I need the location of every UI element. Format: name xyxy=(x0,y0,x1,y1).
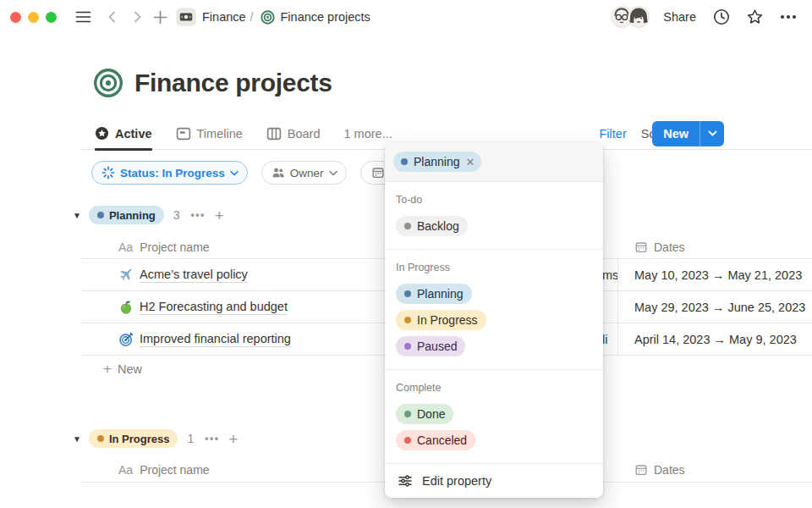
minimize-window-button[interactable] xyxy=(28,12,39,23)
status-filter-chip[interactable]: Status: In Progress xyxy=(91,161,248,185)
status-dot xyxy=(404,437,411,444)
option-canceled[interactable]: Canceled xyxy=(396,430,475,450)
column-header-project-name[interactable]: Project name xyxy=(140,240,209,254)
group-add-icon[interactable]: + xyxy=(215,207,224,224)
group-header-in-progress: ▼ In Progress 1 ••• + xyxy=(73,427,238,450)
text-type-icon: Aa xyxy=(118,463,133,477)
new-page-plus-icon[interactable] xyxy=(153,10,167,25)
column-header-project-name[interactable]: Project name xyxy=(140,463,209,477)
owner-cell-fragment: ms xyxy=(602,259,618,291)
calendar-icon xyxy=(371,166,385,179)
forward-button[interactable] xyxy=(130,10,144,24)
dates-cell[interactable]: May 10, 2023 → May 21, 2023 xyxy=(634,259,802,291)
option-done[interactable]: Done xyxy=(396,404,453,424)
option-in-progress[interactable]: In Progress xyxy=(396,310,486,330)
disclosure-triangle[interactable]: ▼ xyxy=(73,211,81,220)
back-button[interactable] xyxy=(106,10,119,24)
target-icon xyxy=(261,10,275,25)
edit-property-button[interactable]: Edit property xyxy=(385,463,603,498)
column-header-dates[interactable]: Dates xyxy=(654,240,685,254)
selected-tag-label: Planning xyxy=(414,155,460,168)
page-title: Finance projects xyxy=(134,69,332,97)
star-circle-icon xyxy=(95,126,109,141)
popup-section-todo: To-do Backlog xyxy=(385,182,603,249)
chevron-down-icon xyxy=(230,170,239,176)
group-options-icon[interactable]: ••• xyxy=(205,433,219,444)
group-options-icon[interactable]: ••• xyxy=(191,209,206,221)
text-type-icon: Aa xyxy=(118,240,133,254)
group-pill-planning[interactable]: Planning xyxy=(89,206,164,224)
member-avatars[interactable] xyxy=(611,6,650,28)
column-header-dates[interactable]: Dates xyxy=(654,463,685,477)
plus-icon: + xyxy=(103,362,112,376)
dartboard-icon xyxy=(118,332,134,347)
group-name: Planning xyxy=(109,209,156,222)
page-title-block: Finance projects xyxy=(93,68,332,98)
tab-label: Board xyxy=(288,127,321,141)
filter-chip-row: Status: In Progress Owner xyxy=(91,161,399,185)
owner-filter-chip[interactable]: Owner xyxy=(261,161,347,185)
close-window-button[interactable] xyxy=(10,12,21,23)
option-label: Backlog xyxy=(417,219,459,233)
clock-icon[interactable] xyxy=(713,8,730,25)
popup-selected-values[interactable]: Planning ✕ xyxy=(385,142,603,182)
more-options-icon[interactable] xyxy=(780,14,797,19)
new-button-chevron-down-icon[interactable] xyxy=(700,121,724,146)
tab-active[interactable]: Active xyxy=(95,118,152,150)
page-target-icon[interactable] xyxy=(93,68,123,98)
filter-button[interactable]: Filter xyxy=(600,127,627,141)
banknote-icon[interactable] xyxy=(176,8,196,26)
option-paused[interactable]: Paused xyxy=(396,336,465,356)
window-controls[interactable] xyxy=(10,12,57,23)
status-dot xyxy=(97,435,104,442)
option-label: Paused xyxy=(417,340,457,353)
group-count: 3 xyxy=(173,208,180,222)
dates-cell[interactable]: April 14, 2023 → May 9, 2023 xyxy=(634,323,797,356)
popup-section-complete: Complete Done Canceled xyxy=(385,369,603,463)
option-label: Canceled xyxy=(417,433,467,447)
hamburger-icon[interactable] xyxy=(75,10,91,24)
new-button[interactable]: New xyxy=(652,121,724,146)
people-icon xyxy=(272,166,285,179)
column-divider[interactable] xyxy=(617,259,618,356)
remove-tag-icon[interactable]: ✕ xyxy=(466,156,475,168)
row-title[interactable]: Acme’s travel policy xyxy=(140,268,248,283)
status-dot xyxy=(404,290,411,297)
topbar: Finance / Finance projects Share xyxy=(0,0,812,34)
new-button-label[interactable]: New xyxy=(652,121,700,146)
row-title[interactable]: H2 Forecasting and budget xyxy=(140,300,288,315)
status-dot xyxy=(404,411,411,417)
sliders-icon xyxy=(398,473,413,489)
popup-section-in-progress: In Progress Planning In Progress Paused xyxy=(385,249,603,369)
section-title: In Progress xyxy=(396,262,592,273)
tab-board[interactable]: Board xyxy=(266,118,321,150)
group-pill-in-progress[interactable]: In Progress xyxy=(89,429,178,448)
group-add-icon[interactable]: + xyxy=(228,431,238,447)
status-dot xyxy=(404,223,411,229)
breadcrumb-current[interactable]: Finance projects xyxy=(280,10,370,24)
group-header-planning: ▼ Planning 3 ••• + xyxy=(73,203,224,227)
star-icon[interactable] xyxy=(746,8,764,26)
status-dot xyxy=(401,158,408,165)
chevron-down-icon xyxy=(329,170,337,176)
status-filter-label: Status: In Progress xyxy=(120,167,225,179)
owner-filter-label: Owner xyxy=(290,167,324,179)
burst-icon xyxy=(102,166,115,179)
group-name: In Progress xyxy=(109,433,170,445)
timeline-icon xyxy=(176,126,191,141)
share-button[interactable]: Share xyxy=(663,10,696,24)
disclosure-triangle[interactable]: ▼ xyxy=(73,434,81,444)
row-title[interactable]: Improved financial reporting xyxy=(140,332,291,347)
avatar[interactable] xyxy=(628,6,650,28)
new-row-label: New xyxy=(118,362,142,376)
dates-cell[interactable]: May 29, 2023 → June 25, 2023 xyxy=(634,291,805,323)
tab-more[interactable]: 1 more... xyxy=(344,127,392,141)
selected-tag-planning[interactable]: Planning ✕ xyxy=(393,152,481,172)
status-dot xyxy=(97,212,104,218)
zoom-window-button[interactable] xyxy=(46,12,57,23)
status-dot xyxy=(404,317,411,323)
option-planning[interactable]: Planning xyxy=(396,284,472,304)
breadcrumb-parent[interactable]: Finance xyxy=(202,10,246,24)
tab-timeline[interactable]: Timeline xyxy=(176,118,243,150)
option-backlog[interactable]: Backlog xyxy=(396,216,468,236)
